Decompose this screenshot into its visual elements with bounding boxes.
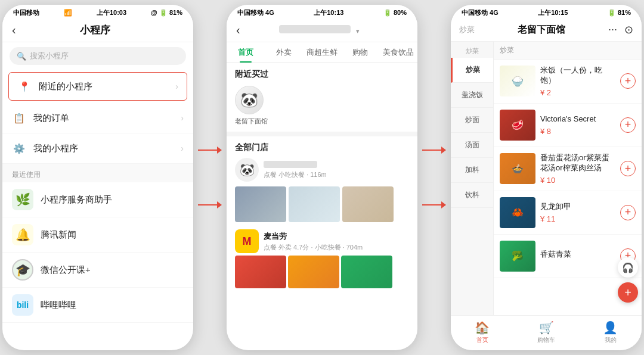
wifi-icon: 📶 [64, 9, 72, 17]
mcd-name: 麦当劳 [264, 231, 409, 242]
store-1-name-placeholder [264, 161, 317, 168]
add-btn-0[interactable]: + [620, 73, 636, 89]
bottom-tab-cart[interactable]: 🛒 购物车 [537, 320, 555, 344]
store-img-1 [235, 186, 286, 222]
mcd-logo: M [235, 229, 259, 253]
location-icon: 📍 [17, 79, 32, 94]
bottom-tab-home[interactable]: 🏠 首页 [475, 320, 490, 344]
food-price-3: ¥ 11 [540, 214, 615, 223]
store-name-placeholder [279, 25, 351, 33]
nav-title-1: 小程序 [21, 23, 169, 37]
arrow-head-4 [441, 201, 446, 208]
food-name-0: 米饭（一人份，吃饱） [540, 66, 615, 86]
bottom-tab-profile[interactable]: 👤 我的 [603, 320, 618, 344]
store-1-meta: 点餐 小吃快餐 · 116m [264, 170, 409, 179]
arrow-head-2 [217, 201, 222, 208]
search-bar-1[interactable]: 🔍 搜索小程序 [10, 47, 186, 65]
recent-app-2[interactable]: 🎓 微信公开课+ [2, 253, 193, 288]
arrow-right-order: › [181, 113, 184, 123]
shop-panda-icon[interactable]: 🐼 [235, 86, 264, 114]
arrow-line-1 [198, 150, 217, 151]
all-stores-section: 全部门店 🐼 点餐 小吃快餐 · 116m M 麦当劳 点餐 外卖 4.7 [227, 132, 417, 294]
my-order-item[interactable]: 📋 我的订单 › [2, 103, 193, 133]
ph3-header-icons: ··· ⊙ [608, 23, 633, 36]
store-img-2 [289, 186, 340, 222]
app-label-2: 微信公开课+ [41, 264, 91, 276]
mcd-info: 麦当劳 点餐 外卖 4.7分 · 小吃快餐 · 704m [264, 231, 409, 252]
recent-app-3[interactable]: bili 哔哩哔哩 [2, 288, 193, 323]
add-btn-2[interactable]: + [620, 161, 636, 176]
tab-shop[interactable]: 购物 [341, 42, 379, 63]
cat-chao-mian[interactable]: 炒面 [451, 108, 493, 133]
app-icon-0: 🌿 [12, 189, 33, 210]
back-btn-1[interactable]: ‹ [12, 23, 16, 37]
food-name-1: Victoria's Secret [540, 114, 615, 124]
battery-2: 🔋 80% [383, 9, 407, 17]
ph3-body: 炒菜 炒菜 盖浇饭 炒面 汤面 加料 饮料 炒菜 🍚 米饭（一人份，吃饱） ¥ … [451, 42, 642, 315]
app-icon-1: 🔔 [12, 224, 33, 245]
app-icon-3: bili [12, 294, 33, 316]
dropdown-icon[interactable]: ▾ [356, 27, 360, 35]
phone-3: 中国移动 4G 上午10:15 🔋 81% 炒菜 老留下面馆 ··· ⊙ 炒菜 … [451, 5, 642, 350]
arrow-group-2 [422, 147, 446, 208]
tab-bar-2: 首页 外卖 商超生鲜 购物 美食饮品 [227, 42, 417, 63]
programs-icon: ⚙️ [12, 141, 26, 155]
float-headset-btn[interactable]: 🎧 [618, 257, 638, 278]
cat-jia-liao[interactable]: 加料 [451, 158, 493, 183]
mcd-row: M 麦当劳 点餐 外卖 4.7分 · 小吃快餐 · 704m [235, 229, 409, 253]
my-programs-label: 我的小程序 [33, 143, 181, 154]
food-img-3: 🦀 [500, 197, 535, 228]
add-btn-1[interactable]: + [620, 117, 636, 133]
target-icon[interactable]: ⊙ [624, 23, 633, 36]
bottom-cart-label: 购物车 [537, 336, 555, 344]
phone2-scroll: 附近买过 🐼 老留下面馆 全部门店 🐼 点餐 小吃快餐 · 116m [227, 63, 417, 350]
tab-fresh[interactable]: 商超生鲜 [303, 42, 341, 63]
food-item-2: 🍲 番茄蛋花汤or紫菜蛋花汤or榨菜肉丝汤 ¥ 10 + [494, 147, 642, 191]
tab-home[interactable]: 首页 [227, 42, 265, 63]
recent-section-label: 最近使用 [2, 164, 193, 182]
time-1: 上午10:03 [97, 8, 126, 17]
food-img-1: 🥩 [500, 110, 535, 141]
arrow-line-3 [422, 150, 441, 151]
my-order-label: 我的订单 [33, 113, 181, 124]
store-img-3 [342, 186, 394, 222]
food-info-1: Victoria's Secret ¥ 8 [540, 114, 615, 136]
add-btn-3[interactable]: + [620, 205, 636, 220]
battery-icons-1: @ 🔋 81% [151, 9, 182, 17]
status-bar-1: 中国移动 📶 上午10:03 @ 🔋 81% [2, 5, 193, 20]
more-icon[interactable]: ··· [608, 23, 617, 36]
food-img-0: 🍚 [500, 66, 535, 96]
arrow-head-1 [217, 147, 222, 154]
food-info-3: 见龙卸甲 ¥ 11 [540, 202, 615, 223]
recent-app-0[interactable]: 🌿 小程序服务商助手 [2, 182, 193, 217]
arrow-line-2 [198, 204, 217, 205]
ph3-header: 炒菜 老留下面馆 ··· ⊙ [451, 20, 642, 42]
nav-bar-2: ‹ ▾ [227, 20, 417, 42]
cat-chao-cai[interactable]: 炒菜 [451, 58, 493, 83]
tab-food[interactable]: 美食饮品 [379, 42, 417, 63]
back-btn-2[interactable]: ‹ [236, 23, 240, 37]
tab-waimai[interactable]: 外卖 [265, 42, 303, 63]
status-bar-2: 中国移动 4G 上午10:13 🔋 80% [227, 5, 417, 20]
store-1-images [235, 186, 409, 222]
carrier-3: 中国移动 4G [462, 8, 499, 17]
arrow-right-nearby: › [175, 82, 178, 91]
profile-icon: 👤 [603, 320, 618, 335]
store-1-logo: 🐼 [235, 158, 259, 182]
nearby-bought-section: 🐼 老留下面馆 [227, 83, 417, 132]
search-icon-1: 🔍 [17, 52, 26, 61]
recent-app-1[interactable]: 🔔 腾讯新闻 [2, 217, 193, 253]
mcd-img-1 [235, 256, 286, 288]
food-price-2: ¥ 10 [540, 176, 615, 185]
cat-gai-jiao-fan[interactable]: 盖浇饭 [451, 83, 493, 108]
float-add-btn[interactable]: + [618, 282, 638, 303]
food-info-2: 番茄蛋花汤or紫菜蛋花汤or榨菜肉丝汤 ¥ 10 [540, 153, 615, 185]
food-name-4: 香菇青菜 [540, 250, 615, 260]
cat-yin-liao[interactable]: 饮料 [451, 183, 493, 208]
ph3-title: 老留下面馆 [518, 24, 565, 36]
nearby-programs-item[interactable]: 📍 附近的小程序 › [8, 72, 187, 101]
arrow-group-1 [198, 147, 222, 208]
cat-tang-mian[interactable]: 汤面 [451, 133, 493, 158]
my-programs-item[interactable]: ⚙️ 我的小程序 › [2, 133, 193, 164]
time-2: 上午10:13 [314, 8, 343, 17]
